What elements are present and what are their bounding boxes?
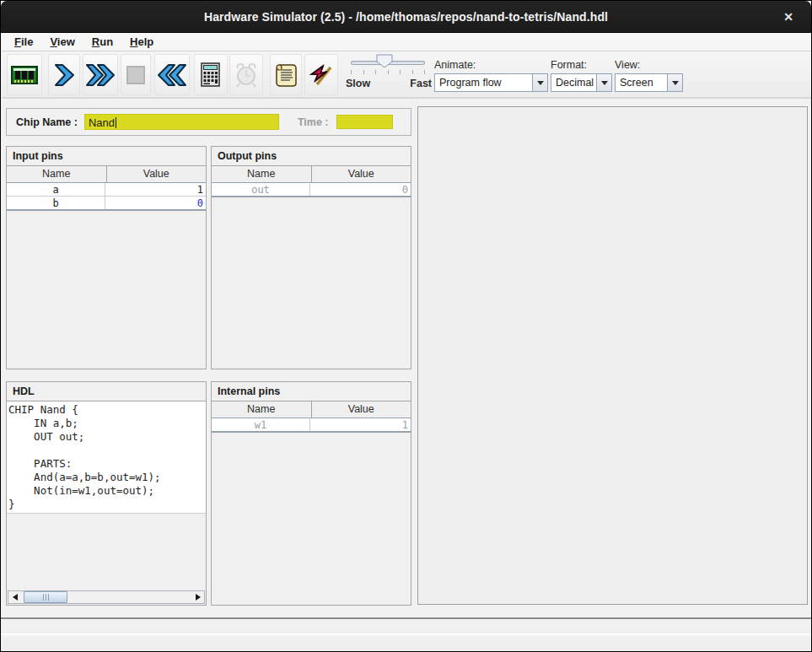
slider-ticks <box>351 70 425 74</box>
chip-icon <box>10 63 39 87</box>
screen-view-panel <box>417 106 808 605</box>
stop-icon <box>126 65 146 85</box>
script-icon <box>274 62 298 88</box>
internal-pins-title: Internal pins <box>212 382 411 401</box>
format-group: Format: Decimal <box>551 59 612 92</box>
table-row: w1 1 <box>212 418 411 432</box>
chip-name-label: Chip Name : <box>16 116 78 128</box>
reset-icon <box>157 62 187 88</box>
window-title: Hardware Simulator (2.5) - /home/thomas/… <box>204 10 608 24</box>
view-value: Screen <box>616 74 667 91</box>
input-pins-table: Name Value a 1 b 0 <box>7 166 206 211</box>
format-label: Format: <box>551 59 612 71</box>
internal-pins-table: Name Value w1 1 <box>212 401 411 433</box>
toolbar: Slow Fast Animate: Program flow Format: … <box>2 51 812 99</box>
scrollbar-track[interactable] <box>21 591 191 603</box>
status-bar <box>1 619 812 635</box>
chevron-down-icon[interactable] <box>596 74 611 91</box>
view-select[interactable]: Screen <box>615 73 683 92</box>
load-script-button[interactable] <box>270 54 302 95</box>
hdl-horizontal-scrollbar[interactable] <box>8 590 205 604</box>
text-caret <box>116 117 116 128</box>
table-header: Name Value <box>7 166 206 183</box>
menu-help[interactable]: Help <box>122 34 161 50</box>
menu-bar: File View Run Help <box>2 33 812 51</box>
single-step-icon <box>53 62 75 88</box>
hardware-simulator-window: Hardware Simulator (2.5) - /home/thomas/… <box>0 0 812 652</box>
input-pins-title: Input pins <box>7 147 206 166</box>
chevron-down-icon[interactable] <box>667 74 682 91</box>
menu-view[interactable]: View <box>42 34 82 50</box>
clock-button <box>229 54 263 95</box>
scroll-left-icon[interactable] <box>8 591 21 603</box>
time-field <box>336 115 393 129</box>
chevron-down-icon[interactable] <box>532 74 547 91</box>
output-pins-table: Name Value out 0 <box>212 166 411 197</box>
internal-pins-panel: Internal pins Name Value w1 1 <box>211 381 411 606</box>
speed-slider: Slow Fast <box>346 51 432 99</box>
table-row[interactable]: b 0 <box>7 197 206 210</box>
breakpoint-icon <box>309 62 334 88</box>
animate-select[interactable]: Program flow <box>434 73 548 92</box>
single-step-button[interactable] <box>48 54 80 95</box>
animate-label: Animate: <box>434 59 548 71</box>
view-group: View: Screen <box>615 59 683 92</box>
clock-icon <box>234 62 259 89</box>
close-icon[interactable]: ✕ <box>777 8 799 26</box>
run-icon <box>85 62 116 88</box>
output-pins-panel: Output pins Name Value out 0 <box>211 146 411 369</box>
scroll-right-icon[interactable] <box>191 591 204 603</box>
menu-file[interactable]: File <box>7 34 40 50</box>
slider-fast-label: Fast <box>410 78 432 89</box>
reset-button[interactable] <box>154 54 190 95</box>
calculator-icon <box>199 62 223 89</box>
table-row[interactable]: a 1 <box>7 183 206 197</box>
format-value: Decimal <box>551 74 596 91</box>
run-button[interactable] <box>83 54 118 95</box>
slider-slow-label: Slow <box>346 78 370 89</box>
slider-thumb[interactable] <box>376 54 393 72</box>
table-row: out 0 <box>212 183 411 197</box>
status-bar-secondary <box>1 637 812 652</box>
table-header: Name Value <box>212 166 411 183</box>
hdl-title: HDL <box>7 382 206 401</box>
stop-button[interactable] <box>121 54 151 95</box>
hdl-code[interactable]: CHIP Nand { IN a,b; OUT out; PARTS: And(… <box>7 401 206 514</box>
chip-name-bar: Chip Name : Nand Time : <box>6 108 411 136</box>
breakpoints-button[interactable] <box>304 54 338 95</box>
input-pins-panel: Input pins Name Value a 1 b 0 <box>6 146 207 369</box>
output-pins-title: Output pins <box>212 147 411 166</box>
view-label: View: <box>615 59 683 71</box>
format-select[interactable]: Decimal <box>551 73 612 92</box>
evaluate-button[interactable] <box>194 54 228 95</box>
time-label: Time : <box>298 116 329 128</box>
animate-group: Animate: Program flow <box>434 59 548 92</box>
scrollbar-thumb[interactable] <box>24 591 67 603</box>
load-chip-button[interactable] <box>7 54 42 95</box>
animate-value: Program flow <box>435 74 532 91</box>
title-bar: Hardware Simulator (2.5) - /home/thomas/… <box>1 1 811 33</box>
hdl-panel: HDL CHIP Nand { IN a,b; OUT out; PARTS: … <box>6 381 207 606</box>
table-header: Name Value <box>212 401 411 418</box>
chip-name-input[interactable]: Nand <box>84 114 279 130</box>
menu-run[interactable]: Run <box>84 34 121 50</box>
